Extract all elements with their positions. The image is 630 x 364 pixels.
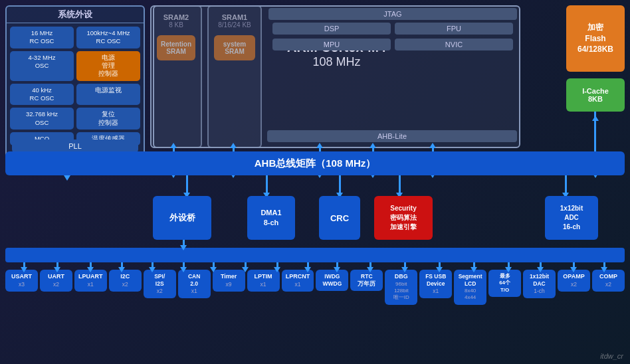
v-arr-6 [180,267,187,272]
lptim-count: x1 [249,281,278,288]
v-arr-4 [118,267,125,272]
can-label: CAN2.0 [179,273,209,288]
timer-block: Timer x9 [213,270,245,292]
v-arr-2 [54,267,60,272]
watermark: itdw_cr [600,352,623,360]
lcd-label: SegmentLCD [455,273,485,288]
comp-count: x2 [593,281,623,288]
arm-arrow-up1 [316,143,323,148]
peri-32khz: 32.768 kHzOSC [10,108,74,130]
v-arr-7 [210,267,217,272]
spi-count: x2 [145,288,175,295]
icache-label: I-Cache8KB [582,87,609,103]
i2c-count: x2 [110,281,140,288]
lcd-block: SegmentLCD 8x404x44 [454,270,486,305]
usb-block: FS USBDevice x1 [419,270,452,298]
security-block: Security密码算法加速引擎 [374,196,433,240]
arm-freq: 108 MHz [154,55,519,69]
peri-16mhz: 16 MHzRC OSC [10,27,74,48]
gpio-block: 最多64个T/O [488,270,521,297]
peri-reset-ctrl: 复位控制器 [76,108,140,130]
comp-block: COMP x2 [592,270,625,292]
v-arr-8 [242,267,249,272]
v-arr-11 [334,267,340,272]
spi-block: SPI/I2S x2 [144,270,176,298]
v-arr-3 [87,267,94,272]
peripheral-grid: 16 MHzRC OSC 100kHz~4 MHzRC OSC 4-32 MHz… [7,23,144,149]
peripheral-bridge: 外设桥 [153,196,211,240]
dbg-block: DBG 96bit128bit唯一ID [385,270,417,305]
lprcnt-label: LPRCNT [283,273,313,281]
can-count: x1 [179,288,209,295]
icache-block: I-Cache8KB [566,78,625,112]
arm-arrow-up2 [369,143,376,148]
arm-inner-row2: MPU NVIC [272,39,513,50]
ahb-main-bar: AHB总线矩阵（108 MHz） [5,151,625,175]
arm-arrow-up3 [429,143,436,148]
v-arr-13 [401,267,408,272]
sram2-arrow-up [170,143,177,148]
lprcnt-count: x1 [283,281,313,288]
bridge-to-apb-arrow [180,245,187,250]
gpio-label: 最多64个T/O [490,273,520,294]
flash-label: 加密Flash64/128KB [578,22,613,55]
v-arr-12 [367,267,373,272]
pll-bar: PLL [12,139,138,153]
iwdg-block: IWDGWWDG [316,270,348,291]
timer-count: x9 [214,281,244,288]
sram1-arrow-up [230,143,237,148]
v-arr-18 [570,267,577,272]
usart-label: USART [7,273,37,281]
dac-block: 1x12bitDAC 1-ch [523,270,556,298]
peri-4-32mhz: 4-32 MHzOSC [10,51,74,81]
peri-power-ctrl: 电源管理控制器 [76,51,140,81]
timer-label: Timer [214,273,244,281]
v-arr-15 [471,267,477,272]
peri-100khz: 100kHz~4 MHzRC OSC [76,27,140,48]
lpuart-label: LPUART [76,273,106,281]
v-arr-9 [274,267,280,272]
peri-arrow [64,175,70,181]
v-arr-5 [149,267,156,272]
lcd-sublabel: 8x404x44 [455,288,485,302]
dac-label: 1x12bitDAC [524,273,554,288]
uart-label: UART [41,273,71,281]
fpu-chip: FPU [395,23,513,35]
usb-label: FS USBDevice [421,273,451,288]
can-block: CAN2.0 x1 [178,270,211,298]
dsp-chip: DSP [272,23,391,35]
arm-inner-row1: DSP FPU [272,23,513,35]
usart-block: USART x3 [5,270,38,292]
i2c-label: I2C [110,273,140,281]
peripheral-title: 系统外设 [7,7,144,23]
opamp-label: OPAMP [559,273,589,281]
bottom-row: USART x3 UART x2 LPUART x1 I2C x2 SPI/I2… [5,270,625,305]
uart-block: UART x2 [40,270,72,292]
v-arr-1 [21,267,27,272]
icache-to-ahb [594,113,596,151]
ahb-main-label: AHB总线矩阵（108 MHz） [255,157,376,169]
lpuart-block: LPUART x1 [74,270,107,292]
dma1-block: DMA18-ch [247,196,295,240]
lptim-block: LPTIM x1 [247,270,280,292]
comp-label: COMP [593,273,623,281]
apb-bus-bar [5,248,625,262]
opamp-count: x2 [559,281,589,288]
peripheral-box: 系统外设 16 MHzRC OSC 100kHz~4 MHzRC OSC 4-3… [5,5,145,158]
peri-40khz: 40 kHzRC OSC [10,84,74,106]
v-arr-17 [537,267,544,272]
nvic-chip: NVIC [395,39,513,50]
flash-block: 加密Flash64/128KB [566,5,625,72]
dbg-sublabel: 96bit128bit唯一ID [386,281,416,302]
usb-count: x1 [421,288,451,295]
ahb-lite-bar: AHB-Lite [267,130,517,142]
v-arr-16 [505,267,512,272]
dac-count: 1-ch [524,288,554,295]
usart-count: x3 [7,281,37,288]
mpu-chip: MPU [272,39,391,50]
adc-block: 1x12bitADC16-ch [545,196,598,240]
peri-power-monitor: 电源监视 [76,84,140,106]
v-arr-14 [436,267,443,272]
spi-label: SPI/I2S [145,273,175,288]
crc-block: CRC [319,196,360,240]
